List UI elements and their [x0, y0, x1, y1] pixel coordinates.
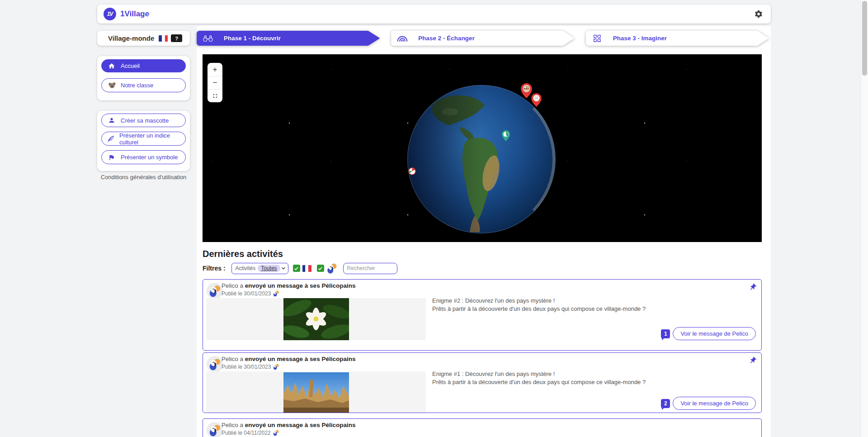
- koala-mascot-icon: [107, 81, 116, 90]
- activity-card: Pelico a envoyé un message à ses Pélicop…: [203, 279, 762, 351]
- settings-button[interactable]: [753, 8, 764, 20]
- activity-published: Publié le 30/01/2023: [222, 290, 279, 297]
- tab-phase-1[interactable]: Phase 1 - Découvrir: [197, 31, 380, 46]
- village-title: Village-monde: [108, 34, 154, 42]
- view-message-button[interactable]: Voir le message de Pelico: [673, 397, 756, 410]
- person-icon: [107, 117, 116, 124]
- map-controls: + −: [208, 63, 222, 102]
- activity-published: Publié le 30/01/2023: [222, 363, 279, 370]
- sidebar-item-label: Accueil: [121, 62, 140, 69]
- pelico-mascot-icon: [273, 290, 279, 297]
- map-marker-pin[interactable]: [521, 83, 532, 100]
- activity-type-select[interactable]: Activités Toutes: [231, 263, 288, 274]
- select-value-chip: Toutes: [258, 265, 280, 272]
- activity-text: Enigme #2 : Découvrez l'un des pays myst…: [432, 297, 646, 313]
- main-content: Phase 1 - Découvrir Phase 2 - Échanger P…: [197, 26, 771, 437]
- sidebar-nav-card: Accueil Notre classe: [97, 56, 190, 100]
- pin-button[interactable]: [749, 283, 757, 291]
- filter-pelico-checkbox[interactable]: [317, 265, 324, 272]
- rock-formation-photo: [283, 372, 349, 413]
- check-icon: [318, 266, 323, 271]
- activity-text: Enigme #1 : Découvrez l'un des pays myst…: [432, 370, 646, 386]
- village-header: Village-monde ?: [97, 31, 190, 46]
- france-flag-icon: [302, 265, 311, 272]
- fullscreen-button[interactable]: [208, 89, 222, 102]
- terms-link[interactable]: Conditions générales d'utilisation: [97, 174, 190, 180]
- zoom-in-button[interactable]: +: [208, 63, 222, 76]
- phase-label: Phase 3 - Imaginer: [613, 35, 667, 42]
- pushpin-icon: [749, 356, 757, 365]
- pin-button[interactable]: [749, 356, 757, 365]
- pelico-mascot-icon: [273, 363, 279, 370]
- activity-title: Pelico a envoyé un message à ses Pélicop…: [222, 282, 355, 289]
- activity-media[interactable]: [206, 371, 426, 413]
- feed-filters: Filtres : Activités Toutes: [203, 262, 397, 274]
- feed-title: Dernières activités: [203, 249, 283, 259]
- activity-media[interactable]: [206, 298, 426, 340]
- onevillage-logo-icon[interactable]: 1V: [104, 8, 116, 20]
- puzzle-icon: [591, 33, 603, 43]
- activity-card: Pelico a envoyé un message à ses Pélicop…: [203, 352, 762, 413]
- flag-icon: [107, 154, 116, 161]
- activity-published: Publié le 04/11/2022: [222, 429, 279, 436]
- action-label: Présenter un indice culturel: [119, 132, 180, 146]
- search-input[interactable]: [343, 263, 397, 274]
- comment-count-badge: 1: [661, 329, 670, 338]
- tab-phase-2[interactable]: Phase 2 - Échanger: [391, 31, 574, 46]
- pelico-avatar[interactable]: [207, 356, 223, 372]
- tab-phase-3[interactable]: Phase 3 - Imaginer: [586, 31, 769, 46]
- pushpin-icon: [749, 283, 757, 291]
- map-marker-pin[interactable]: [531, 93, 542, 109]
- fullscreen-icon: [212, 93, 218, 99]
- view-message-button[interactable]: Voir le message de Pelico: [673, 327, 756, 340]
- rainbow-icon: [396, 35, 408, 42]
- app-header: 1V 1Village: [97, 5, 771, 24]
- pelico-mascot-icon: [326, 262, 338, 274]
- sidebar-item-notre-classe[interactable]: Notre classe: [101, 78, 186, 92]
- activity-title: Pelico a envoyé un message à ses Pélicop…: [222, 356, 355, 362]
- home-icon: [107, 62, 116, 70]
- check-icon: [294, 266, 299, 271]
- gear-icon: [754, 10, 763, 19]
- mystery-flag-badge: ?: [171, 34, 182, 42]
- feather-icon: [107, 135, 115, 142]
- sidebar-actions-card: Créer sa mascotte Présenter un indice cu…: [97, 111, 190, 171]
- filters-label: Filtres :: [203, 265, 226, 272]
- action-label: Présenter un symbole: [121, 154, 178, 161]
- create-mascot-button[interactable]: Créer sa mascotte: [101, 114, 186, 127]
- sidebar-item-label: Notre classe: [121, 82, 153, 89]
- sidebar-item-accueil[interactable]: Accueil: [101, 59, 186, 72]
- comment-count-badge: 2: [661, 399, 670, 408]
- flower-photo: [283, 298, 349, 340]
- scrollbar-thumb[interactable]: [862, 1, 867, 76]
- action-label: Créer sa mascotte: [121, 117, 169, 124]
- phase-label: Phase 1 - Découvrir: [224, 35, 281, 42]
- app-title: 1Village: [120, 10, 149, 19]
- pelico-avatar[interactable]: [207, 422, 223, 437]
- pelico-mascot-icon: [273, 429, 279, 436]
- present-symbol-button[interactable]: Présenter un symbole: [101, 150, 186, 164]
- page-scrollbar[interactable]: [861, 0, 868, 437]
- map-marker-pin[interactable]: [408, 167, 416, 177]
- pelico-avatar[interactable]: [207, 283, 223, 299]
- phase-label: Phase 2 - Échanger: [418, 35, 475, 42]
- phase-navigation: Phase 1 - Découvrir Phase 2 - Échanger P…: [197, 31, 769, 46]
- activity-title: Pelico a envoyé un message à ses Pélicop…: [222, 422, 355, 428]
- 1village-app: 1V 1Village Village-monde ? Accueil: [0, 0, 868, 437]
- binoculars-icon: [202, 34, 214, 43]
- chevron-down-icon: [280, 265, 287, 271]
- map-marker-pin[interactable]: [502, 130, 510, 143]
- activity-card: Pelico a envoyé un message à ses Pélicop…: [203, 418, 762, 437]
- france-flag-icon: [159, 35, 168, 42]
- present-cultural-clue-button[interactable]: Présenter un indice culturel: [101, 132, 186, 146]
- select-label: Activités: [236, 265, 256, 271]
- world-globe-map[interactable]: + −: [203, 54, 762, 242]
- filter-france-checkbox[interactable]: [293, 265, 300, 272]
- zoom-out-button[interactable]: −: [208, 76, 222, 89]
